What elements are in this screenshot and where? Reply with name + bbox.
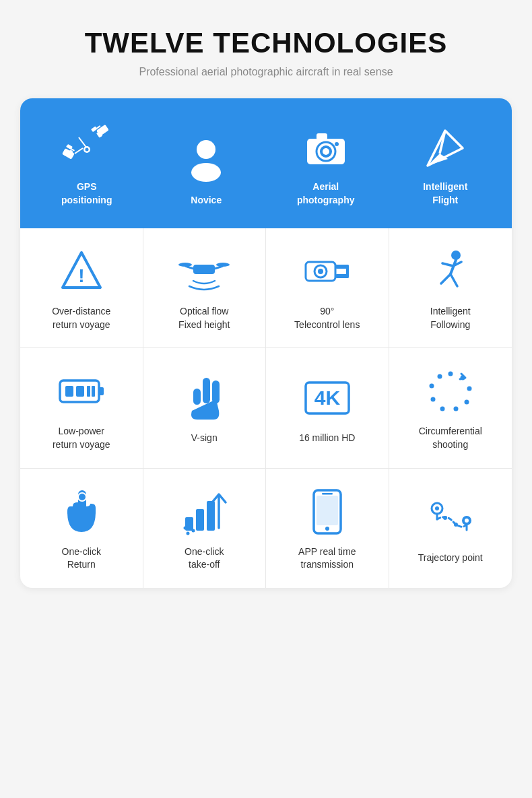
- optical-flow-icon: [180, 247, 228, 296]
- svg-rect-37: [346, 265, 349, 278]
- cell-oneclick-return: One-clickReturn: [20, 469, 143, 588]
- cell-trajectory: Trajectory point: [389, 469, 512, 588]
- aerial-icon: [302, 124, 350, 172]
- svg-rect-17: [317, 133, 327, 140]
- svg-point-59: [464, 400, 469, 405]
- 4k-icon: 4K: [303, 374, 352, 422]
- svg-rect-45: [99, 387, 104, 395]
- optical-flow-label: Optical flowFixed height: [178, 305, 230, 331]
- svg-rect-15: [191, 163, 221, 182]
- following-label: IntelligentFollowing: [430, 305, 471, 331]
- cell-circumferential: Circumferentialshooting: [389, 348, 512, 468]
- svg-point-30: [178, 263, 192, 267]
- svg-point-9: [69, 150, 73, 154]
- page-subtitle: Professional aerial photographic aircraf…: [139, 66, 393, 78]
- svg-point-14: [197, 140, 215, 159]
- svg-point-61: [440, 407, 444, 411]
- top-row: GPSpositioning Novice: [20, 98, 512, 228]
- return-distance-label: Over-distancereturn voyage: [52, 305, 110, 331]
- gps-label: GPSpositioning: [61, 180, 112, 207]
- svg-line-40: [442, 263, 453, 266]
- svg-point-38: [451, 251, 461, 260]
- svg-point-62: [430, 397, 435, 402]
- flight-label: IntelligentFlight: [423, 180, 467, 207]
- svg-rect-75: [317, 496, 338, 525]
- svg-rect-47: [76, 386, 84, 397]
- oneclick-return-icon: [57, 488, 106, 536]
- page-title: TWELVE TECHNOLOGIES: [85, 27, 448, 59]
- app-transmission-label: APP real timetransmission: [298, 545, 356, 572]
- grid-row-1: ! Over-distancereturn voyage: [20, 228, 512, 348]
- svg-point-21: [335, 142, 339, 146]
- svg-rect-27: [193, 265, 215, 274]
- following-icon: [426, 247, 475, 296]
- grid-row-3: One-clickReturn One-click: [20, 469, 512, 588]
- svg-point-84: [443, 516, 447, 520]
- telecontrol-label: 90°Telecontrol lens: [294, 305, 360, 331]
- svg-point-60: [453, 407, 458, 411]
- svg-point-56: [448, 372, 453, 376]
- svg-point-85: [454, 523, 458, 527]
- svg-point-79: [435, 506, 439, 510]
- svg-point-71: [192, 529, 195, 532]
- vsign-label: V-sign: [191, 432, 218, 445]
- svg-point-34: [318, 269, 323, 274]
- oneclick-takeoff-icon: [180, 488, 228, 536]
- svg-point-72: [184, 526, 187, 529]
- svg-rect-48: [87, 386, 90, 397]
- svg-point-64: [437, 374, 442, 379]
- oneclick-return-label: One-clickReturn: [62, 545, 101, 572]
- return-distance-icon: !: [57, 247, 106, 296]
- trajectory-icon: [426, 494, 475, 542]
- vsign-icon: [180, 374, 228, 422]
- cell-telecontrol: 90°Telecontrol lens: [266, 228, 389, 348]
- svg-text:!: !: [78, 265, 84, 286]
- 4k-label: 16 million HD: [299, 432, 355, 445]
- svg-rect-52: [193, 389, 201, 405]
- novice-label: Novice: [191, 194, 222, 207]
- feature-gps: GPSpositioning: [27, 117, 147, 213]
- flight-icon: [421, 124, 469, 172]
- circumferential-icon: [426, 367, 475, 415]
- cell-following: IntelligentFollowing: [389, 228, 512, 348]
- svg-line-43: [451, 274, 457, 286]
- main-card: GPSpositioning Novice: [20, 98, 512, 588]
- app-transmission-icon: [303, 488, 352, 536]
- svg-point-58: [467, 387, 471, 391]
- svg-line-42: [441, 274, 451, 284]
- svg-marker-22: [428, 131, 463, 166]
- svg-point-63: [429, 384, 434, 389]
- gps-icon: [63, 124, 111, 172]
- telecontrol-icon: [303, 247, 352, 296]
- svg-rect-77: [322, 493, 333, 495]
- svg-point-82: [465, 519, 469, 523]
- svg-point-76: [325, 527, 329, 531]
- svg-point-31: [216, 263, 230, 267]
- circumferential-label: Circumferentialshooting: [419, 425, 482, 451]
- svg-rect-49: [92, 386, 95, 397]
- svg-rect-68: [196, 509, 204, 531]
- svg-point-20: [323, 148, 329, 155]
- svg-point-13: [85, 148, 88, 152]
- cell-oneclick-takeoff: One-clicktake-off: [143, 469, 267, 588]
- cell-return-distance: ! Over-distancereturn voyage: [20, 228, 143, 348]
- oneclick-takeoff-label: One-clicktake-off: [185, 545, 224, 572]
- feature-flight: IntelligentFlight: [386, 117, 506, 213]
- feature-aerial: Aerialphotography: [266, 117, 386, 213]
- svg-rect-51: [212, 380, 220, 403]
- cell-lowpower: Low-powerreturn voyage: [20, 348, 143, 468]
- cell-optical-flow: Optical flowFixed height: [143, 228, 267, 348]
- svg-point-70: [187, 531, 190, 535]
- grid-row-2: Low-powerreturn voyage V-sign: [20, 348, 512, 468]
- svg-line-11: [75, 148, 83, 154]
- svg-rect-69: [207, 501, 215, 531]
- cell-app-transmission: APP real timetransmission: [266, 469, 389, 588]
- cell-4k: 4K 16 million HD: [266, 348, 389, 468]
- novice-icon: [182, 137, 230, 186]
- lowpower-icon: [57, 367, 106, 415]
- svg-text:4K: 4K: [314, 387, 341, 409]
- svg-rect-50: [203, 378, 210, 403]
- aerial-label: Aerialphotography: [297, 180, 355, 207]
- svg-rect-46: [65, 386, 73, 397]
- trajectory-label: Trajectory point: [418, 552, 483, 565]
